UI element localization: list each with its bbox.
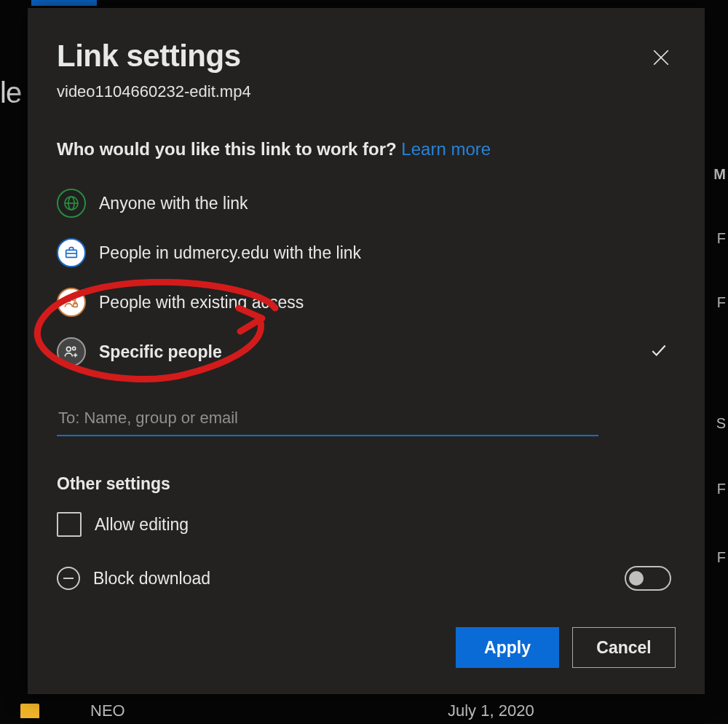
dialog-title: Link settings [57, 39, 676, 74]
people-lock-icon [57, 288, 86, 317]
block-download-toggle[interactable] [625, 566, 671, 591]
svg-point-10 [66, 347, 71, 351]
scope-options: Anyone with the link People in udmercy.e… [57, 178, 676, 377]
allow-editing-row: Allow editing [57, 508, 676, 540]
minus-circle-icon [57, 567, 80, 590]
block-download-row: Block download [57, 562, 676, 594]
option-anyone-label: Anyone with the link [99, 194, 248, 213]
bg-left-text: le [0, 76, 21, 109]
recipients-input[interactable] [57, 403, 598, 436]
scope-prompt-text: Who would you like this link to work for… [57, 139, 397, 159]
allow-editing-checkbox[interactable] [57, 512, 82, 537]
scope-prompt: Who would you like this link to work for… [57, 139, 676, 160]
option-existing-access-label: People with existing access [99, 293, 304, 312]
close-icon [652, 48, 670, 67]
dialog-footer: Apply Cancel [456, 627, 676, 668]
bg-col-letter: F [717, 230, 726, 247]
option-existing-access[interactable]: People with existing access [57, 278, 676, 327]
allow-editing-label: Allow editing [95, 515, 189, 535]
bg-folder-name: NEO [90, 701, 125, 720]
cancel-button[interactable]: Cancel [572, 627, 676, 668]
check-icon [649, 341, 668, 363]
bg-col-letter: F [717, 549, 726, 566]
bg-bottom-row: NEO July 1, 2020 [0, 698, 728, 724]
bg-col-letter: F [717, 294, 726, 311]
bg-col-letter: S [716, 415, 726, 432]
block-download-label: Block download [93, 569, 210, 589]
bg-folder-date: July 1, 2020 [448, 701, 534, 720]
dialog-filename: video1104660232-edit.mp4 [57, 82, 676, 101]
globe-icon [57, 189, 86, 218]
link-settings-dialog: Link settings video1104660232-edit.mp4 W… [28, 8, 705, 694]
svg-point-8 [73, 297, 76, 300]
option-anyone[interactable]: Anyone with the link [57, 178, 676, 228]
svg-rect-9 [74, 304, 78, 307]
learn-more-link[interactable]: Learn more [401, 139, 491, 159]
toggle-knob [629, 571, 644, 586]
option-organization[interactable]: People in udmercy.edu with the link [57, 228, 676, 278]
dialog-content: Link settings video1104660232-edit.mp4 W… [28, 8, 705, 694]
close-button[interactable] [648, 44, 674, 71]
option-specific-people-label: Specific people [99, 342, 222, 362]
bg-blue-tab [31, 0, 97, 6]
folder-icon [20, 704, 39, 718]
bg-right-column: M F F S F F [713, 0, 728, 724]
apply-button[interactable]: Apply [456, 627, 559, 668]
bg-col-letter: F [717, 481, 726, 497]
option-specific-people[interactable]: Specific people [57, 327, 676, 377]
svg-point-11 [73, 347, 76, 350]
option-organization-label: People in udmercy.edu with the link [99, 243, 361, 263]
bg-col-header: M [713, 166, 726, 183]
briefcase-icon [57, 238, 86, 267]
svg-point-7 [66, 297, 71, 302]
other-settings-heading: Other settings [57, 474, 676, 494]
people-add-icon [57, 337, 86, 366]
